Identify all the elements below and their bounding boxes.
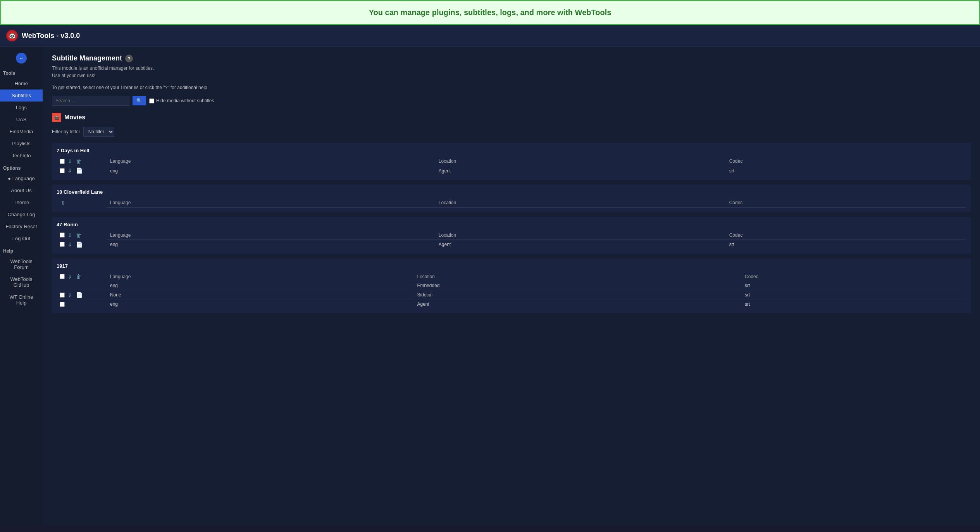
options-section-label: Options bbox=[0, 162, 43, 172]
app-header: 🐼 WebTools - v3.0.0 bbox=[0, 25, 980, 46]
download-all-button[interactable]: ⇓ bbox=[66, 158, 73, 164]
delete-all-button[interactable]: 🗑 bbox=[75, 158, 83, 164]
search-button[interactable]: 🔍 bbox=[133, 96, 146, 105]
app: 🐼 WebTools - v3.0.0 ← Tools Home Subtitl… bbox=[0, 25, 980, 526]
help-section-label: Help bbox=[0, 244, 43, 255]
select-all-checkbox[interactable] bbox=[60, 274, 65, 279]
media-item-title: 10 Cloverfield Lane bbox=[57, 189, 966, 195]
select-all-checkbox[interactable] bbox=[60, 159, 65, 164]
row-download-button[interactable]: ⇓ bbox=[66, 167, 73, 174]
app-logo: 🐼 bbox=[6, 30, 18, 41]
sidebar-item-home[interactable]: Home bbox=[0, 77, 43, 90]
filter-row: Filter by letter No filter ABCD EFGH IJK… bbox=[52, 127, 971, 137]
sidebar-item-findmedia[interactable]: FindMedia bbox=[0, 126, 43, 138]
upload-button[interactable]: ⇧ bbox=[60, 200, 67, 206]
row-location: Agent bbox=[436, 240, 726, 249]
sidebar-item-wt-online-help[interactable]: WT Online Help bbox=[0, 291, 43, 309]
row-download-button[interactable]: ⇓ bbox=[66, 292, 73, 298]
col-codec-header: Codec bbox=[726, 231, 966, 240]
sidebar: ← Tools Home Subtitles Logs UAS FindMedi… bbox=[0, 46, 43, 526]
sidebar-item-logs[interactable]: Logs bbox=[0, 102, 43, 114]
hide-without-subtitles-checkbox[interactable] bbox=[149, 98, 154, 103]
media-item-47-ronin: 47 Ronin ⇓ 🗑 bbox=[52, 217, 971, 254]
table-row: ⇓ 📄 eng Agent srt bbox=[57, 240, 966, 249]
col-location-header: Location bbox=[414, 272, 742, 281]
movies-section: 🎬 Movies Filter by letter No filter ABCD… bbox=[52, 113, 971, 313]
sidebar-item-techinfo[interactable]: TechInfo bbox=[0, 150, 43, 162]
col-language-header: Language bbox=[107, 157, 436, 166]
search-input[interactable] bbox=[52, 96, 129, 106]
media-item-title: 1917 bbox=[57, 263, 966, 269]
row-file-button[interactable]: 📄 bbox=[75, 241, 84, 248]
banner: You can manage plugins, subtitles, logs,… bbox=[0, 0, 980, 25]
row-location: Sidecar bbox=[414, 290, 742, 300]
subtitle-table: ⇓ 🗑 Language Location Codec bbox=[57, 231, 966, 249]
subtitle-table: ⇓ 🗑 Language Location Codec bbox=[57, 157, 966, 175]
row-location: Embedded bbox=[414, 281, 742, 290]
banner-text: You can manage plugins, subtitles, logs,… bbox=[369, 8, 611, 17]
col-codec-header: Codec bbox=[742, 272, 966, 281]
table-row: eng Embedded srt bbox=[57, 281, 966, 290]
table-row: ⇓ 📄 None Sidecar srt bbox=[57, 290, 966, 300]
sidebar-item-webtools-github[interactable]: WebTools GitHub bbox=[0, 273, 43, 291]
hide-without-subtitles-label[interactable]: Hide media without subtitles bbox=[149, 98, 214, 103]
page-title-text: Subtitle Management bbox=[52, 54, 122, 62]
app-title: WebTools - v3.0.0 bbox=[22, 32, 80, 40]
back-button[interactable]: ← bbox=[16, 53, 27, 64]
table-row: eng Agent srt bbox=[57, 300, 966, 309]
media-item-title: 7 Days in Hell bbox=[57, 148, 966, 153]
col-language-header: Language bbox=[107, 272, 414, 281]
sidebar-item-about-us[interactable]: About Us bbox=[0, 184, 43, 196]
download-all-button[interactable]: ⇓ bbox=[66, 274, 73, 280]
movies-title: Movies bbox=[64, 114, 85, 121]
row-checkbox[interactable] bbox=[60, 302, 65, 307]
col-location-header: Location bbox=[436, 231, 726, 240]
sidebar-back-area: ← bbox=[0, 50, 43, 67]
row-checkbox[interactable] bbox=[60, 168, 65, 173]
sidebar-item-uas[interactable]: UAS bbox=[0, 114, 43, 126]
row-checkbox[interactable] bbox=[60, 242, 65, 247]
main-layout: ← Tools Home Subtitles Logs UAS FindMedi… bbox=[0, 46, 980, 526]
select-all-checkbox[interactable] bbox=[60, 232, 65, 238]
row-download-button[interactable]: ⇓ bbox=[66, 241, 73, 248]
row-language: eng bbox=[107, 300, 414, 309]
row-file-button[interactable]: 📄 bbox=[75, 292, 84, 298]
hide-without-subtitles-text: Hide media without subtitles bbox=[156, 98, 214, 103]
col-codec-header: Codec bbox=[726, 198, 966, 207]
row-file-button[interactable]: 📄 bbox=[75, 167, 84, 174]
delete-all-button[interactable]: 🗑 bbox=[75, 274, 83, 280]
sidebar-item-webtools-forum[interactable]: WebTools Forum bbox=[0, 255, 43, 273]
sidebar-item-language[interactable]: ● Language bbox=[0, 172, 43, 184]
col-codec-header: Codec bbox=[726, 157, 966, 166]
row-language: eng bbox=[107, 166, 436, 175]
sidebar-item-log-out[interactable]: Log Out bbox=[0, 232, 43, 244]
row-codec: srt bbox=[742, 290, 966, 300]
sidebar-item-change-log[interactable]: Change Log bbox=[0, 208, 43, 220]
col-language-header: Language bbox=[107, 231, 436, 240]
row-codec: srt bbox=[742, 281, 966, 290]
col-language-header: Language bbox=[107, 198, 436, 207]
delete-all-button[interactable]: 🗑 bbox=[75, 232, 83, 238]
sidebar-item-subtitles[interactable]: Subtitles bbox=[0, 90, 43, 102]
help-icon[interactable]: ? bbox=[125, 55, 133, 62]
search-row: 🔍 Hide media without subtitles bbox=[52, 96, 971, 106]
subtitle-table: ⇧ Language Location Codec bbox=[57, 198, 966, 208]
sidebar-item-playlists[interactable]: Playlists bbox=[0, 138, 43, 150]
media-item-7-days-in-hell: 7 Days in Hell ⇓ 🗑 bbox=[52, 143, 971, 180]
desc-line2: Use at your own risk! bbox=[52, 72, 971, 79]
col-location-header: Location bbox=[436, 157, 726, 166]
media-item-10-cloverfield-lane: 10 Cloverfield Lane ⇧ Language Locati bbox=[52, 184, 971, 212]
subtitle-table: ⇓ 🗑 Language Location Codec bbox=[57, 272, 966, 309]
row-location: Agent bbox=[414, 300, 742, 309]
download-all-button[interactable]: ⇓ bbox=[66, 232, 73, 238]
row-language: eng bbox=[107, 240, 436, 249]
sidebar-item-factory-reset[interactable]: Factory Reset bbox=[0, 220, 43, 232]
media-item-title: 47 Ronin bbox=[57, 222, 966, 227]
filter-select[interactable]: No filter ABCD EFGH IJKL MNOP QRST UVWX … bbox=[83, 127, 114, 137]
row-checkbox[interactable] bbox=[60, 293, 65, 298]
table-row: ⇓ 📄 eng Agent srt bbox=[57, 166, 966, 175]
row-language: None bbox=[107, 290, 414, 300]
row-location: Agent bbox=[436, 166, 726, 175]
sidebar-item-theme[interactable]: Theme bbox=[0, 196, 43, 208]
row-codec: srt bbox=[742, 300, 966, 309]
